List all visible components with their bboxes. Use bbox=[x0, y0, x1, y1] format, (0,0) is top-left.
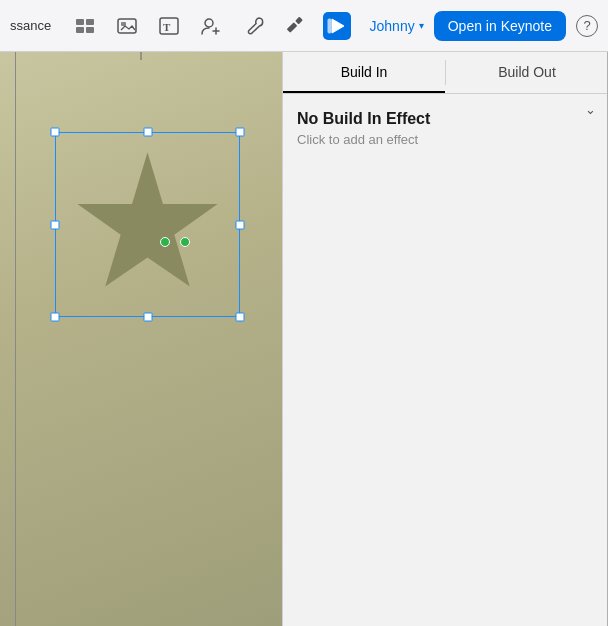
svg-text:T: T bbox=[163, 21, 171, 33]
handle-bottom-center[interactable] bbox=[143, 313, 152, 322]
user-badge[interactable]: Johnny ▾ bbox=[370, 18, 424, 34]
panel-content: No Build In Effect Click to add an effec… bbox=[283, 94, 608, 626]
vertical-guide-left bbox=[15, 52, 16, 626]
pointer-line bbox=[141, 52, 142, 60]
tab-bar: Build In Build Out bbox=[283, 52, 608, 94]
handle-bottom-left[interactable] bbox=[51, 313, 60, 322]
layers-icon[interactable] bbox=[71, 12, 99, 40]
svg-rect-11 bbox=[287, 22, 298, 33]
svg-rect-0 bbox=[76, 19, 84, 25]
toolbar-left: ssance T bbox=[10, 12, 370, 40]
svg-rect-14 bbox=[328, 19, 331, 33]
media-icon[interactable] bbox=[113, 12, 141, 40]
svg-rect-1 bbox=[86, 19, 94, 25]
text-icon[interactable]: T bbox=[155, 12, 183, 40]
help-icon[interactable]: ? bbox=[576, 15, 598, 37]
star-shape bbox=[65, 142, 230, 307]
svg-rect-12 bbox=[295, 16, 303, 24]
hammer-icon[interactable] bbox=[281, 12, 309, 40]
svg-marker-13 bbox=[332, 19, 344, 33]
chevron-down-icon: ▾ bbox=[419, 20, 424, 31]
wrench-icon[interactable] bbox=[239, 12, 267, 40]
svg-rect-2 bbox=[76, 27, 84, 33]
app-title: ssance bbox=[10, 18, 51, 33]
handle-top-right[interactable] bbox=[236, 128, 245, 137]
green-dot-1[interactable] bbox=[160, 237, 170, 247]
main-area: Build In Build Out No Build In Effect Cl… bbox=[0, 52, 608, 626]
svg-point-8 bbox=[205, 19, 213, 27]
tab-build-out-label: Build Out bbox=[498, 64, 556, 80]
handle-middle-right[interactable] bbox=[236, 220, 245, 229]
user-name: Johnny bbox=[370, 18, 415, 34]
open-keynote-button[interactable]: Open in Keynote bbox=[434, 11, 566, 41]
green-dot-2[interactable] bbox=[180, 237, 190, 247]
handle-bottom-right[interactable] bbox=[236, 313, 245, 322]
chevron-down-icon: ⌄ bbox=[585, 102, 596, 117]
top-bar: ssance T bbox=[0, 0, 608, 52]
svg-marker-15 bbox=[77, 152, 217, 286]
no-effect-subtitle[interactable]: Click to add an effect bbox=[297, 132, 594, 147]
animate-icon[interactable] bbox=[323, 12, 351, 40]
toolbar-right: Johnny ▾ Open in Keynote ? bbox=[370, 11, 598, 41]
add-user-icon[interactable] bbox=[197, 12, 225, 40]
tab-build-in-label: Build In bbox=[341, 64, 388, 80]
selected-object[interactable] bbox=[55, 132, 240, 317]
canvas-area bbox=[0, 52, 282, 626]
svg-rect-4 bbox=[118, 19, 136, 33]
tab-build-in[interactable]: Build In bbox=[283, 52, 445, 93]
no-effect-title: No Build In Effect bbox=[297, 110, 594, 128]
right-panel: Build In Build Out No Build In Effect Cl… bbox=[282, 52, 608, 626]
handle-middle-left[interactable] bbox=[51, 220, 60, 229]
handle-top-left[interactable] bbox=[51, 128, 60, 137]
help-label: ? bbox=[583, 18, 590, 33]
tab-build-out[interactable]: Build Out bbox=[446, 52, 608, 93]
panel-dropdown-icon[interactable]: ⌄ bbox=[585, 102, 596, 117]
handle-top-center[interactable] bbox=[143, 128, 152, 137]
svg-rect-3 bbox=[86, 27, 94, 33]
